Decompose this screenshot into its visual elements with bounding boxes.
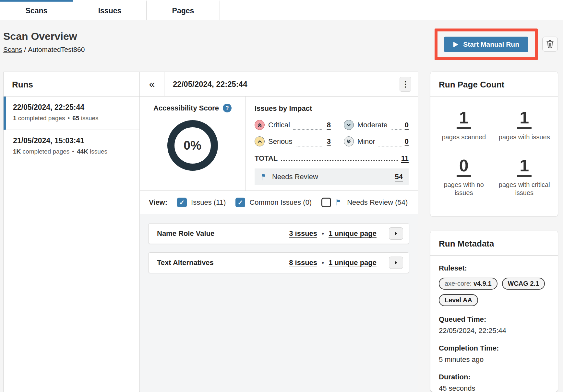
tab-pages[interactable]: Pages (147, 0, 220, 20)
needs-review-row: Needs Review 54 (255, 168, 409, 185)
issue-group-row-text-alternatives: Text Alternatives 8 issues • 1 unique pa… (148, 252, 409, 273)
stat-pages-scanned: 1 pages scanned (442, 109, 486, 141)
bullet-separator: • (322, 230, 324, 237)
help-icon[interactable]: ? (223, 104, 232, 112)
chevron-right-icon (394, 231, 398, 236)
trash-icon (546, 40, 554, 49)
view-option-needs-review[interactable]: Needs Review (54) (321, 198, 408, 207)
needs-review-label: Needs Review (272, 173, 318, 181)
total-label: TOTAL (255, 154, 278, 163)
total-row: TOTAL 11 (255, 154, 409, 163)
breadcrumb: Scans/AutomatedTest860 (3, 46, 85, 53)
issues-by-impact-section: Issues by Impact Critical 8 (246, 97, 418, 190)
expand-group-button[interactable] (389, 227, 403, 240)
issues-count-link[interactable]: 8 issues (289, 259, 317, 267)
content: Runs 22/05/2024, 22:25:44 1 completed pa… (3, 72, 558, 392)
issue-group-row-name-role-value: Name Role Value 3 issues • 1 unique page (148, 223, 409, 244)
minor-double-chevron-down-icon (344, 136, 354, 146)
accessibility-score-label: Accessibility Score (153, 104, 219, 112)
checkbox-checked-icon[interactable]: ✓ (235, 198, 245, 207)
chevron-right-icon (394, 260, 398, 265)
tab-bar-filler (220, 0, 563, 20)
run-page-count-title: Run Page Count (430, 72, 558, 97)
stat-pages-with-no-issues: 0 pages with no issues (435, 157, 493, 197)
flag-icon (335, 199, 343, 206)
stat-pages-with-critical-issues: 1 pages with critical issues (495, 157, 554, 197)
runs-panel: Runs 22/05/2024, 22:25:44 1 completed pa… (3, 72, 140, 392)
right-sidebar: Run Page Count 1 pages scanned 1 pages w… (430, 72, 558, 392)
ruleset-badges: axe-core: v4.9.1 WCAG 2.1 Level AA (439, 278, 549, 306)
annotation-highlight-box: Start Manual Run (435, 29, 538, 60)
run-timestamp: 21/05/2024, 15:03:41 (13, 136, 133, 145)
view-filter-bar: View: ✓ Issues (11) ✓ Common Issues (0) … (140, 190, 418, 214)
accessibility-score-value: 0% (184, 139, 201, 153)
accessibility-score-section: Accessibility Score ? 0% (140, 97, 246, 190)
issues-by-impact-title: Issues by Impact (255, 104, 409, 113)
impact-row-moderate: Moderate 0 (344, 120, 409, 130)
serious-count-link[interactable]: 3 (327, 137, 331, 146)
moderate-chevron-down-icon (344, 120, 354, 130)
issues-count-link[interactable]: 3 issues (289, 229, 317, 238)
page-header: Scan Overview Scans/AutomatedTest860 Sta… (0, 20, 563, 72)
start-manual-run-label: Start Manual Run (463, 40, 519, 48)
unique-pages-link[interactable]: 1 unique page (329, 259, 377, 267)
start-manual-run-button[interactable]: Start Manual Run (444, 37, 528, 52)
breadcrumb-scans-link[interactable]: Scans (3, 46, 22, 53)
run-list-item[interactable]: 21/05/2024, 15:03:41 1K completed pages•… (4, 130, 139, 163)
run-detail-body: Accessibility Score ? 0% Issues by Impac… (140, 97, 418, 190)
badge-axe-core: axe-core: v4.9.1 (439, 278, 497, 290)
impact-row-critical: Critical 8 (255, 120, 331, 130)
run-detail-header: « 22/05/2024, 22:25:44 ⋮ (140, 72, 418, 97)
run-metadata-title: Run Metadata (430, 231, 558, 256)
bullet-separator: • (68, 115, 70, 121)
collapse-runs-icon[interactable]: « (140, 72, 164, 96)
play-icon (453, 41, 459, 48)
tab-bar: Scans Issues Pages (0, 0, 563, 20)
run-summary: 1K completed pages•44K issues (13, 148, 133, 155)
run-metadata-card: Run Metadata Ruleset: axe-core: v4.9.1 W… (430, 231, 558, 392)
run-timestamp: 22/05/2024, 22:25:44 (13, 103, 133, 112)
page-title: Scan Overview (3, 30, 85, 42)
dotted-leader (378, 139, 402, 146)
moderate-count-link[interactable]: 0 (405, 121, 409, 129)
checkbox-unchecked-icon[interactable] (321, 198, 331, 207)
delete-scan-button[interactable] (542, 37, 558, 52)
critical-double-chevron-up-icon (255, 120, 265, 130)
run-summary: 1 completed pages•65 issues (13, 115, 133, 122)
impact-row-minor: Minor 0 (344, 136, 409, 146)
unique-pages-link[interactable]: 1 unique page (329, 229, 377, 238)
tab-pages-label: Pages (172, 6, 194, 15)
breadcrumb-current: AutomatedTest860 (28, 46, 85, 53)
queued-time-field: Queued Time: 22/05/2024, 22:25:44 (439, 315, 549, 335)
tab-scans[interactable]: Scans (0, 0, 73, 20)
run-detail-panel: « 22/05/2024, 22:25:44 ⋮ Accessibility S… (139, 72, 418, 392)
bullet-separator: • (322, 259, 324, 267)
total-count-link[interactable]: 11 (401, 154, 409, 163)
critical-count-link[interactable]: 8 (327, 121, 331, 129)
tab-scans-label: Scans (26, 6, 48, 15)
duration-field: Duration: 45 seconds (439, 373, 549, 392)
bullet-separator: • (72, 148, 74, 155)
view-label: View: (149, 198, 167, 207)
needs-review-count-link[interactable]: 54 (395, 173, 403, 181)
minor-count-link[interactable]: 0 (405, 137, 409, 146)
run-list-item-selected[interactable]: 22/05/2024, 22:25:44 1 completed pages•6… (4, 97, 139, 130)
tab-issues[interactable]: Issues (73, 0, 147, 20)
view-option-issues[interactable]: ✓ Issues (11) (177, 198, 226, 207)
kebab-menu-icon[interactable]: ⋮ (400, 77, 411, 92)
badge-level-aa: Level AA (439, 294, 478, 306)
expand-group-button[interactable] (389, 257, 403, 269)
dotted-leader (391, 122, 402, 130)
badge-wcag: WCAG 2.1 (502, 278, 545, 290)
impact-row-serious: Serious 3 (255, 136, 331, 146)
stat-pages-with-issues: 1 pages with issues (499, 109, 550, 141)
dotted-leader (296, 139, 324, 146)
dotted-leader (293, 122, 324, 130)
issue-group-name: Text Alternatives (157, 259, 289, 267)
view-option-common-issues[interactable]: ✓ Common Issues (0) (235, 198, 312, 207)
dotted-leader-bold (281, 156, 398, 161)
ruleset-label: Ruleset: (439, 264, 549, 272)
breadcrumb-separator: / (24, 46, 26, 53)
issue-group-list: Name Role Value 3 issues • 1 unique page… (140, 214, 418, 392)
checkbox-checked-icon[interactable]: ✓ (177, 198, 187, 207)
